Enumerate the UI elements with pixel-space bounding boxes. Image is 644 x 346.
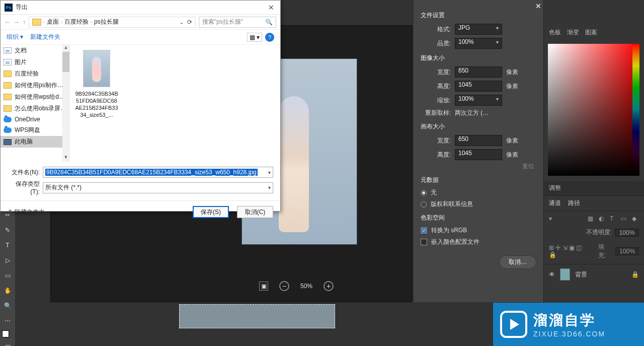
tab-patterns[interactable]: 图案 [585,28,597,37]
width-label: 宽度: [421,68,451,77]
nav-up-icon[interactable]: ↑ [23,19,26,26]
sidebar-item-label: 如何使用ps制作… [15,81,63,90]
nav-back-icon[interactable]: ← [5,19,11,26]
refresh-icon[interactable]: ⟳ [187,19,192,26]
scroll-up-icon[interactable]: ▲ [62,45,69,52]
foreground-color-swatch[interactable] [2,330,9,337]
folder-icon [4,82,12,89]
scroll-thumb[interactable] [62,52,69,72]
filename-input[interactable]: 9B9284C35B34B51FD0A9EDC68AE215B234FB3334… [43,167,273,178]
search-icon: 🔍 [265,19,273,26]
color-picker[interactable] [548,44,639,176]
format-select[interactable]: JPG [455,24,502,35]
sidebar-item-8[interactable]: 此电脑 [1,136,69,148]
hue-slider[interactable] [632,44,639,176]
tab-swatches[interactable]: 色板 [549,28,561,37]
filter-icon[interactable]: ▾ [549,215,556,222]
search-input[interactable]: 搜索"ps拉长腿" 🔍 [199,17,276,28]
more-tools-icon[interactable]: ⋯ [2,315,13,326]
sidebar-item-label: 此电脑 [15,137,33,146]
lock-icons[interactable]: ⊞ ✢ ⇲ ▣ ◫ 🔒 [549,244,590,258]
selection-marquee [179,304,335,328]
sidebar-item-4[interactable]: 如何使用wps给d… [1,91,69,103]
doc-icon [4,47,12,54]
resample-select[interactable]: 两次立方 (… [455,109,489,117]
cloud-icon [4,127,12,133]
zoom-out-button[interactable]: − [279,281,289,291]
layer-smart-icon[interactable]: ◆ [632,215,639,222]
visibility-icon[interactable]: 👁 [549,271,555,278]
scroll-down-icon[interactable]: ▼ [62,155,69,162]
file-pane[interactable]: 9B9284C35B34B51FD0A9EDC68AE215B234FB3334… [70,45,280,162]
meta-copyright-radio[interactable] [421,201,427,207]
view-mode-button[interactable]: ▦ ▾ [247,33,262,42]
crumb-dropdown-icon[interactable]: ⌄ [179,19,184,26]
sidebar: 文档图片百度经验如何使用ps制作…如何使用wps给d…怎么使用obs录屏…One… [1,45,70,162]
scale-select[interactable]: 100% [455,95,502,106]
layer-text-icon[interactable]: T [610,215,617,222]
nav-fwd-icon[interactable]: → [14,19,20,26]
dialog-close-icon[interactable]: ✕ [266,4,276,12]
help-icon[interactable]: ? [265,33,274,42]
hand-tool-icon[interactable]: ✋ [2,285,13,296]
tab-channels[interactable]: 通道 [549,199,561,207]
meta-none-radio[interactable] [421,190,427,196]
sidebar-item-1[interactable]: 图片 [1,56,69,68]
zoom-in-button[interactable]: + [324,281,334,291]
close-icon[interactable]: ✕ [535,2,541,10]
opacity-input[interactable]: 100% [615,229,639,237]
crumb-2[interactable]: ps拉长腿 [94,18,119,26]
file-item[interactable]: 9B9284C35B34B51FD0A9EDC68AE215B234FB3334… [75,50,118,118]
width-input[interactable]: 650 [455,66,502,78]
section-file-settings: 文件设置 [421,11,536,20]
layer-thumb [560,268,570,281]
sidebar-item-7[interactable]: WPS网盘 [1,124,69,136]
reset-button[interactable]: 复位 [421,162,536,171]
lock-icon[interactable]: 🔒 [631,271,639,278]
folder-icon [4,105,12,112]
tab-paths[interactable]: 路径 [568,199,580,207]
tab-gradients[interactable]: 渐变 [567,28,579,37]
crumb-1[interactable]: 百度经验 [64,18,89,26]
convert-srgb-checkbox[interactable]: ✓ [421,227,427,234]
canvas-width-input[interactable]: 650 [455,135,502,146]
sidebar-item-6[interactable]: OneDrive [1,114,69,124]
organize-button[interactable]: 组织 ▾ [7,33,23,41]
sidebar-item-3[interactable]: 如何使用ps制作… [1,80,69,91]
embed-profile-checkbox[interactable] [421,239,427,245]
hide-folders-toggle[interactable]: ⌃隐藏文件夹 [8,208,45,217]
layer-shape-icon[interactable]: ▭ [621,215,628,222]
layer-row[interactable]: 👁 背景 🔒 [544,264,644,285]
filetype-select[interactable]: 所有文件 (*.*) [43,182,273,193]
canvas-height-input[interactable]: 1045 [455,149,502,160]
path-tool-icon[interactable]: ▷ [2,255,13,266]
save-button[interactable]: 保存(S) [193,206,229,218]
fill-label: 填充: [598,243,612,260]
crumb-0[interactable]: 桌面 [47,18,59,26]
sidebar-item-label: 文档 [15,46,27,55]
sidebar-item-5[interactable]: 怎么使用obs录屏… [1,103,69,114]
zoom-tool-icon[interactable]: 🔍 [2,300,13,311]
shape-tool-icon[interactable]: ▭ [2,270,13,281]
screen-mode-icon[interactable]: ▣ [2,341,13,346]
brush-tool-icon[interactable]: ✎ [2,225,13,236]
layer-img-icon[interactable]: ▦ [588,215,595,222]
breadcrumb[interactable]: › 桌面 › 百度经验 › ps拉长腿 ⌄ ⟳ [29,17,196,28]
sidebar-item-2[interactable]: 百度经验 [1,68,69,80]
height-input[interactable]: 1045 [455,81,502,92]
doc-icon [4,59,12,65]
text-tool-icon[interactable]: T [2,240,13,251]
sidebar-scrollbar[interactable]: ▲ ▼ [62,45,69,162]
sidebar-item-0[interactable]: 文档 [1,45,69,56]
fit-screen-icon[interactable]: ▣ [259,282,268,291]
cancel-button[interactable]: 取消(C) [237,206,273,218]
new-folder-button[interactable]: 新建文件夹 [30,33,60,41]
fill-input[interactable]: 100% [615,247,639,255]
layer-adj-icon[interactable]: ◐ [599,215,606,222]
section-metadata: 元数据 [421,176,536,184]
sidebar-item-label: OneDrive [15,116,40,123]
cloud-icon [4,117,12,122]
quality-select[interactable]: 100% [455,38,502,49]
export-cancel-button[interactable]: 取消… [499,255,536,269]
quality-label: 品质: [421,39,451,48]
